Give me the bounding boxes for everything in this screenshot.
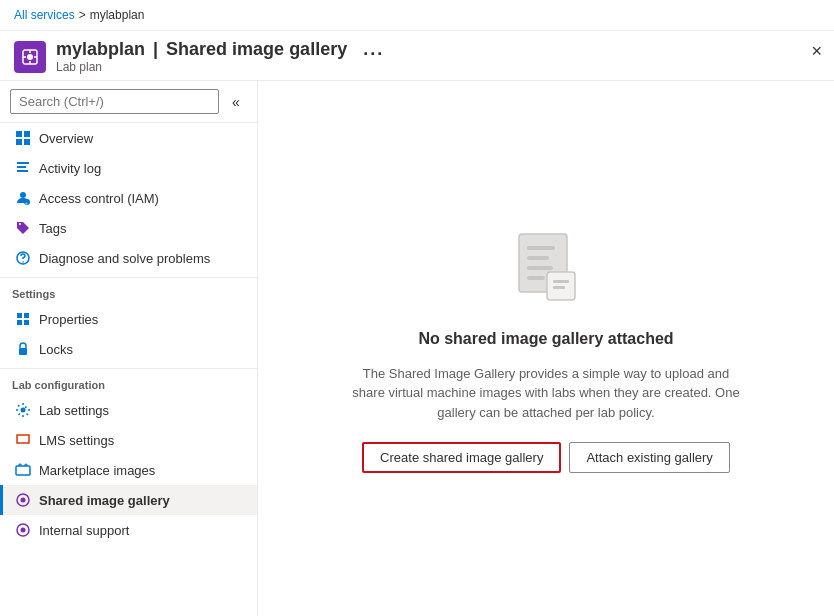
svg-rect-29	[527, 276, 545, 280]
sidebar-label-lms-settings: LMS settings	[39, 433, 114, 448]
svg-rect-20	[16, 466, 30, 475]
empty-state-title: No shared image gallery attached	[418, 330, 673, 348]
sidebar-search-container: «	[0, 81, 257, 123]
svg-point-13	[22, 261, 24, 263]
support-icon	[15, 522, 31, 538]
sidebar-item-internal-support[interactable]: Internal support	[0, 515, 257, 545]
svg-point-19	[21, 408, 26, 413]
sidebar-label-internal-support: Internal support	[39, 523, 129, 538]
sidebar-label-marketplace-images: Marketplace images	[39, 463, 155, 478]
empty-state-icon	[501, 224, 591, 314]
svg-text:+: +	[25, 200, 28, 206]
breadcrumb-current: mylabplan	[90, 8, 145, 22]
svg-point-9	[20, 192, 26, 198]
svg-rect-16	[17, 320, 22, 325]
action-buttons: Create shared image gallery Attach exist…	[362, 442, 730, 473]
create-gallery-button[interactable]: Create shared image gallery	[362, 442, 561, 473]
overview-icon	[15, 130, 31, 146]
locks-icon	[15, 341, 31, 357]
svg-rect-28	[527, 266, 553, 270]
lab-plan-icon	[21, 48, 39, 66]
close-button[interactable]: ×	[811, 41, 822, 62]
marketplace-icon	[15, 462, 31, 478]
svg-point-22	[21, 498, 26, 503]
svg-rect-2	[16, 131, 22, 137]
page-header: mylabplan | Shared image gallery ... Lab…	[0, 31, 834, 81]
sidebar-label-tags: Tags	[39, 221, 66, 236]
sidebar: « Overview Activity log +	[0, 81, 258, 616]
sidebar-item-shared-image-gallery[interactable]: Shared image gallery	[0, 485, 257, 515]
header-title: mylabplan | Shared image gallery ...	[56, 39, 820, 60]
resource-name: mylabplan	[56, 39, 145, 60]
breadcrumb: All services > mylabplan	[0, 0, 834, 31]
nav-section-lab-config: Lab configuration	[0, 368, 257, 395]
title-separator: |	[153, 39, 158, 60]
diagnose-icon	[15, 250, 31, 266]
sidebar-item-overview[interactable]: Overview	[0, 123, 257, 153]
page-title: Shared image gallery	[166, 39, 347, 60]
main-layout: « Overview Activity log +	[0, 81, 834, 616]
lms-icon	[15, 432, 31, 448]
sidebar-label-lab-settings: Lab settings	[39, 403, 109, 418]
sidebar-item-diagnose[interactable]: Diagnose and solve problems	[0, 243, 257, 273]
activity-icon	[15, 160, 31, 176]
sidebar-item-properties[interactable]: Properties	[0, 304, 257, 334]
iam-icon: +	[15, 190, 31, 206]
sidebar-label-diagnose: Diagnose and solve problems	[39, 251, 210, 266]
sidebar-label-access-control: Access control (IAM)	[39, 191, 159, 206]
sidebar-label-properties: Properties	[39, 312, 98, 327]
nav-section-settings: Settings	[0, 277, 257, 304]
svg-rect-3	[24, 131, 30, 137]
header-title-block: mylabplan | Shared image gallery ... Lab…	[56, 39, 820, 74]
sidebar-label-activity-log: Activity log	[39, 161, 101, 176]
svg-rect-32	[553, 286, 565, 289]
empty-state-description: The Shared Image Gallery provides a simp…	[346, 364, 746, 423]
sidebar-label-locks: Locks	[39, 342, 73, 357]
sidebar-item-access-control[interactable]: + Access control (IAM)	[0, 183, 257, 213]
sidebar-item-marketplace-images[interactable]: Marketplace images	[0, 455, 257, 485]
properties-icon	[15, 311, 31, 327]
main-content: No shared image gallery attached The Sha…	[258, 81, 834, 616]
svg-rect-18	[19, 348, 27, 355]
resource-icon	[14, 41, 46, 73]
svg-rect-6	[17, 162, 29, 164]
svg-rect-8	[17, 170, 28, 172]
sidebar-item-activity-log[interactable]: Activity log	[0, 153, 257, 183]
svg-rect-14	[17, 313, 22, 318]
svg-rect-4	[16, 139, 22, 145]
sidebar-item-lms-settings[interactable]: LMS settings	[0, 425, 257, 455]
sidebar-nav: Overview Activity log + Access control (…	[0, 123, 257, 616]
svg-point-24	[21, 528, 26, 533]
svg-rect-15	[24, 313, 29, 318]
search-input[interactable]	[10, 89, 219, 114]
svg-point-1	[27, 54, 33, 60]
svg-rect-31	[553, 280, 569, 283]
breadcrumb-all-services[interactable]: All services	[14, 8, 75, 22]
attach-gallery-button[interactable]: Attach existing gallery	[569, 442, 729, 473]
collapse-sidebar-button[interactable]: «	[225, 91, 247, 113]
sidebar-item-tags[interactable]: Tags	[0, 213, 257, 243]
more-options-button[interactable]: ...	[363, 39, 384, 60]
svg-rect-7	[17, 166, 26, 168]
tags-icon	[15, 220, 31, 236]
resource-type: Lab plan	[56, 60, 820, 74]
sidebar-label-overview: Overview	[39, 131, 93, 146]
gallery-icon	[15, 492, 31, 508]
svg-rect-17	[24, 320, 29, 325]
svg-rect-27	[527, 256, 549, 260]
sidebar-item-locks[interactable]: Locks	[0, 334, 257, 364]
sidebar-item-lab-settings[interactable]: Lab settings	[0, 395, 257, 425]
breadcrumb-separator: >	[79, 8, 86, 22]
svg-rect-26	[527, 246, 555, 250]
svg-rect-5	[24, 139, 30, 145]
lab-settings-icon	[15, 402, 31, 418]
sidebar-label-shared-image-gallery: Shared image gallery	[39, 493, 170, 508]
